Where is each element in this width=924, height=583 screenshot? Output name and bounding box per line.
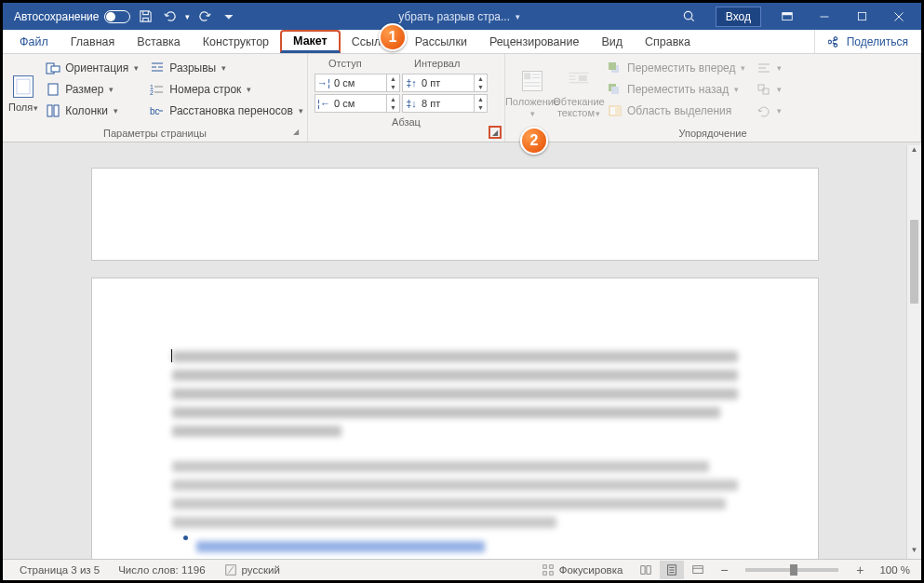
spacing-heading: Интервал	[399, 58, 460, 73]
hyphenation-button[interactable]: bc Расстановка переносов▾	[146, 101, 307, 121]
svg-text:bc: bc	[150, 106, 160, 116]
position-button[interactable]: Положение▾	[511, 58, 554, 125]
tab-insert[interactable]: Вставка	[126, 30, 191, 53]
tab-layout[interactable]: Макет	[280, 30, 341, 53]
orientation-button[interactable]: Ориентация▾	[42, 58, 142, 78]
share-button[interactable]: Поделиться	[814, 30, 921, 53]
indent-left-input[interactable]: →¦ 0 см ▲▼	[315, 74, 400, 92]
svg-point-0	[685, 11, 692, 19]
status-language[interactable]: русский	[215, 563, 289, 576]
size-button[interactable]: Размер▾	[42, 79, 142, 100]
minimize-icon[interactable]	[806, 3, 843, 30]
print-layout-icon[interactable]	[660, 561, 684, 579]
svg-rect-8	[48, 84, 58, 95]
bring-forward-button[interactable]: Переместить вперед▾	[604, 58, 749, 78]
svg-rect-2	[783, 12, 793, 15]
read-mode-icon[interactable]	[634, 561, 658, 579]
svg-rect-29	[549, 572, 553, 576]
undo-icon[interactable]	[160, 7, 179, 26]
document-title: убрать разрыв стра...	[398, 10, 510, 23]
arrange-group-label: Упорядочение	[511, 125, 915, 142]
svg-rect-18	[609, 62, 616, 70]
indent-right-input[interactable]: ¦← 0 см ▲▼	[315, 94, 400, 113]
tab-view[interactable]: Вид	[590, 30, 634, 53]
share-label: Поделиться	[847, 35, 908, 48]
callout-badge-1: 1	[379, 23, 407, 51]
columns-button[interactable]: Колонки▾	[42, 101, 142, 121]
svg-rect-7	[51, 66, 60, 72]
tab-design[interactable]: Конструктор	[192, 30, 280, 53]
search-icon[interactable]	[680, 7, 699, 26]
zoom-in-icon[interactable]: +	[848, 561, 872, 579]
page-setup-launcher[interactable]: ◢	[293, 128, 304, 139]
spacing-after-input[interactable]: ‡↓ 8 пт ▲▼	[402, 94, 488, 113]
maximize-icon[interactable]	[843, 3, 880, 30]
document-page	[91, 168, 819, 261]
margins-button[interactable]: Поля▾	[8, 58, 38, 125]
paragraph-group-label: Абзац	[314, 114, 499, 130]
status-focus[interactable]: Фокусировка	[532, 563, 633, 576]
svg-rect-9	[47, 105, 52, 116]
callout-badge-2: 2	[520, 127, 548, 155]
zoom-out-icon[interactable]: −	[712, 561, 736, 579]
svg-rect-26	[542, 565, 546, 569]
rotate-button[interactable]: ▾	[753, 101, 777, 121]
spacing-before-input[interactable]: ‡↑ 0 пт ▲▼	[402, 74, 488, 92]
tab-review[interactable]: Рецензирование	[478, 30, 591, 53]
group-button[interactable]: ▾	[753, 79, 777, 100]
indent-heading: Отступ	[314, 58, 399, 73]
svg-text:2: 2	[150, 89, 154, 96]
svg-rect-20	[611, 87, 619, 94]
autosave-label: Автосохранение	[14, 10, 99, 23]
breaks-button[interactable]: Разрывы▾	[146, 58, 307, 78]
svg-rect-28	[542, 572, 546, 576]
tab-mailings[interactable]: Рассылки	[404, 30, 478, 53]
svg-rect-16	[579, 75, 587, 81]
zoom-slider[interactable]	[745, 568, 838, 572]
autosave-toggle[interactable]	[104, 10, 130, 23]
tab-home[interactable]: Главная	[60, 30, 127, 53]
titlebar: Автосохранение ▾ ⏷ убрать разрыв стра...…	[3, 3, 921, 30]
wrap-text-button[interactable]: Обтекание текстом▾	[557, 58, 600, 125]
statusbar: Страница 3 из 5 Число слов: 1196 русский…	[3, 559, 921, 580]
zoom-level[interactable]: 100 %	[874, 564, 914, 576]
document-page	[91, 278, 819, 559]
redo-icon[interactable]	[195, 7, 214, 26]
ribbon-display-icon[interactable]	[769, 3, 806, 30]
tab-file[interactable]: Файл	[8, 30, 60, 53]
line-numbers-button[interactable]: 12 Номера строк▾	[146, 79, 307, 100]
close-icon[interactable]	[880, 3, 917, 30]
svg-rect-3	[858, 12, 865, 20]
svg-rect-15	[524, 73, 530, 79]
ribbon: Поля▾ Ориентация▾ Размер▾ Колонки▾	[3, 54, 921, 142]
svg-rect-22	[615, 106, 621, 115]
ribbon-tabs: Файл Главная Вставка Конструктор Макет С…	[3, 30, 921, 54]
document-area[interactable]	[3, 145, 906, 559]
save-icon[interactable]	[136, 7, 154, 26]
web-layout-icon[interactable]	[686, 561, 710, 579]
qat-customize-icon[interactable]: ⏷	[220, 7, 238, 26]
status-word-count[interactable]: Число слов: 1196	[109, 564, 214, 576]
selection-pane-button[interactable]: Область выделения	[604, 101, 749, 121]
vertical-scrollbar[interactable]: ▲ ▼	[906, 145, 921, 559]
send-backward-button[interactable]: Переместить назад▾	[604, 79, 749, 100]
page-setup-group-label: Параметры страницы	[8, 125, 301, 142]
svg-rect-31	[693, 566, 703, 574]
login-button[interactable]: Вход	[716, 7, 761, 27]
tab-help[interactable]: Справка	[634, 30, 702, 53]
status-page[interactable]: Страница 3 из 5	[10, 564, 109, 576]
svg-rect-10	[54, 105, 59, 116]
svg-rect-27	[549, 565, 553, 569]
paragraph-dialog-launcher[interactable]: ◢	[489, 126, 502, 139]
align-button[interactable]: ▾	[753, 58, 777, 78]
